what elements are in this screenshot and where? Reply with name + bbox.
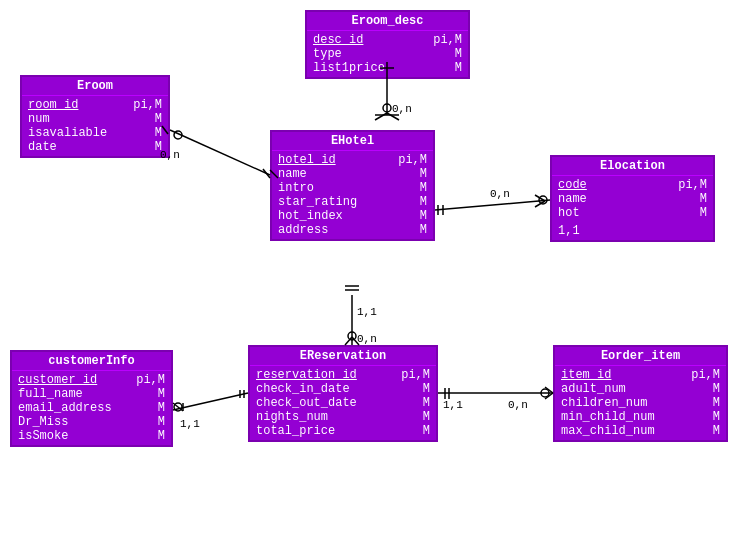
svg-point-8 <box>174 131 182 139</box>
svg-text:0,n: 0,n <box>357 333 377 345</box>
entity-eroom-desc: Eroom_desc desc_idpi,M typeM list1priceM <box>305 10 470 79</box>
diagram-canvas: Eroom_desc desc_idpi,M typeM list1priceM… <box>0 0 746 540</box>
svg-line-40 <box>545 387 553 393</box>
entity-ereservation: EReservation reservation_idpi,M check_in… <box>248 345 438 442</box>
svg-point-39 <box>541 389 549 397</box>
entity-title-customerinfo: customerInfo <box>12 352 171 371</box>
svg-text:0,n: 0,n <box>490 188 510 200</box>
svg-text:1,1: 1,1 <box>357 306 377 318</box>
entity-customerinfo: customerInfo customer_idpi,M full_nameM … <box>10 350 173 447</box>
entity-elocation: Elocation codepi,M nameM hotM 1,1 <box>550 155 715 242</box>
svg-line-18 <box>535 201 545 207</box>
entity-title-eroom: Eroom <box>22 77 168 96</box>
svg-line-28 <box>173 393 248 410</box>
entity-title-ehotel: EHotel <box>272 132 433 151</box>
svg-point-24 <box>348 332 356 340</box>
entity-title-eroom-desc: Eroom_desc <box>307 12 468 31</box>
entity-eorder-item: Eorder_item item_idpi,M adult_numM child… <box>553 345 728 442</box>
svg-line-4 <box>387 113 399 120</box>
entity-eroom: Eroom room_idpi,M numM isavaliableM date… <box>20 75 170 158</box>
entity-ehotel: EHotel hotel_idpi,M nameM introM star_ra… <box>270 130 435 241</box>
svg-line-29 <box>173 403 183 411</box>
entity-title-eorder-item: Eorder_item <box>555 347 726 366</box>
svg-point-16 <box>539 196 547 204</box>
svg-line-17 <box>535 195 545 201</box>
svg-line-7 <box>170 130 270 175</box>
svg-line-41 <box>545 393 553 399</box>
svg-line-25 <box>345 337 352 345</box>
svg-text:0,n: 0,n <box>392 103 412 115</box>
svg-line-26 <box>352 337 359 345</box>
svg-text:1,1: 1,1 <box>443 399 463 411</box>
entity-title-elocation: Elocation <box>552 157 713 176</box>
svg-line-3 <box>375 113 387 120</box>
svg-line-13 <box>435 200 550 210</box>
svg-line-11 <box>263 169 270 178</box>
entity-title-ereservation: EReservation <box>250 347 436 366</box>
svg-point-31 <box>174 403 182 411</box>
svg-point-5 <box>383 104 391 112</box>
svg-text:0,n: 0,n <box>508 399 528 411</box>
svg-text:1,1: 1,1 <box>180 418 200 430</box>
